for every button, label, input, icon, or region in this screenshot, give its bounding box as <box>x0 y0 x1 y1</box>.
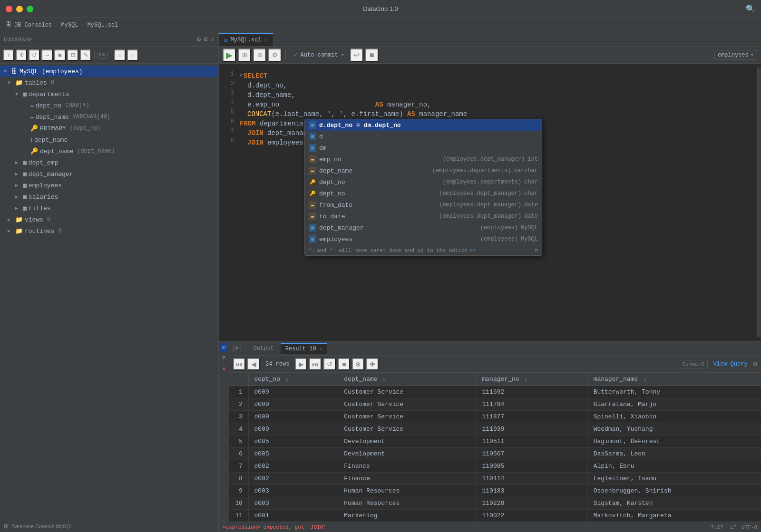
tree-item-departments[interactable]: ▼ ▦ departments <box>0 88 218 100</box>
tree-titles-label: titles <box>29 205 51 212</box>
table-row[interactable]: 3 d009 Customer Service 111877 Spinelli,… <box>229 411 761 423</box>
kw-join1: JOIN <box>247 128 263 138</box>
forward-button[interactable]: → <box>41 49 53 61</box>
cell-manager-no: 110085 <box>476 460 587 473</box>
tab-result[interactable]: Result 10 ✕ <box>281 343 327 354</box>
tab-result-close[interactable]: ✕ <box>320 347 322 352</box>
table-row[interactable]: 7 d002 Finance 110085 Alpin, Ebru <box>229 460 761 473</box>
db-config-button[interactable]: ⚙ <box>268 48 282 62</box>
tree-item-routines[interactable]: ▶ 📁 routines 0 <box>0 225 218 237</box>
side-icon-x[interactable]: ✕ <box>220 364 228 373</box>
ac-footer-link[interactable]: >> <box>469 248 476 253</box>
col-dept-name[interactable]: dept_name ⇅ <box>338 373 476 386</box>
ac-item-dept-no-1[interactable]: 🔑 dept_no (employees.departments) char <box>305 176 542 188</box>
tree-item-tables[interactable]: ▼ 📁 tables 6 <box>0 77 218 88</box>
breadcrumb: 🗄 DB Consoles › MySQL › MySQL.sql <box>0 18 761 32</box>
undo-button[interactable]: ↩ <box>350 48 363 62</box>
tree-item-primary[interactable]: 🔑 PRIMARY (dept_no) <box>0 123 218 134</box>
table-row[interactable]: 2 d009 Customer Service 111784 Giarratan… <box>229 398 761 411</box>
breadcrumb-db-consoles[interactable]: DB Consoles <box>14 22 52 29</box>
refresh-results-button[interactable]: ↺ <box>323 358 336 370</box>
sql-editor[interactable]: 1 2 3 4 5 6 7 8 ▽ SELECT d.dept_ <box>219 64 761 341</box>
run-button[interactable]: ▶ <box>223 48 236 62</box>
tab-output[interactable]: Output <box>249 343 279 354</box>
results-table-container[interactable]: dept_no ⇅ dept_name ⇅ manager_no <box>229 373 761 522</box>
db-settings-icon[interactable]: ⚙ <box>197 35 201 43</box>
export-button[interactable]: ⊕ <box>352 358 364 370</box>
results-settings-icon[interactable]: ⚙ <box>753 360 757 368</box>
table-row[interactable]: 10 d003 Human Resources 110228 Sigstam, … <box>229 497 761 510</box>
maximize-button[interactable] <box>27 6 33 12</box>
status-position: 7:27 LF UTF-8 <box>711 524 757 530</box>
stop-results-button[interactable]: ■ <box>338 358 350 370</box>
db-selector[interactable]: employees ▾ <box>714 50 757 60</box>
tree-item-titles[interactable]: ▶ ▦ titles <box>0 203 218 214</box>
tree-item-dept-no[interactable]: ▬ dept_no CHAR(4) <box>0 100 218 111</box>
ac-item-to-date[interactable]: ▬ to_date (employees.dept_manager) date <box>305 211 542 222</box>
tree-root-mysql[interactable]: ▼ 🗄 MySQL (employees) <box>0 66 218 77</box>
table-row[interactable]: 8 d002 Finance 110114 Legleitner, Isamu <box>229 473 761 485</box>
grid-button[interactable]: ⊞ <box>67 49 78 61</box>
view-query-button[interactable]: View Query <box>710 360 751 368</box>
tree-item-views[interactable]: ▶ 📁 views 0 <box>0 214 218 225</box>
tab-close-icon[interactable]: ✕ <box>264 37 267 43</box>
add-button[interactable]: + <box>3 49 14 61</box>
column-icon: ▬ <box>30 103 34 108</box>
table-row[interactable]: 11 d001 Marketing 110022 Markovitch, Mar… <box>229 510 761 522</box>
minimize-button[interactable] <box>16 6 23 12</box>
autocommit-toggle[interactable]: ✓ Auto-commit ▾ <box>290 49 348 61</box>
ac-item-dept-mgr-tbl[interactable]: ▦ dept_manager (employees) MySQL <box>305 222 542 233</box>
tree-item-dept-manager[interactable]: ▶ ▦ dept_manager <box>0 168 218 180</box>
col-manager-name[interactable]: manager_name ⇅ <box>587 373 761 386</box>
breadcrumb-mysql[interactable]: MySQL <box>61 22 78 29</box>
edit-button[interactable]: ✎ <box>80 49 91 61</box>
col-manager-no[interactable]: manager_no ⇅ <box>476 373 587 386</box>
side-icon-p[interactable]: P <box>220 354 228 362</box>
tree-item-employees[interactable]: ▶ ▦ employees <box>0 180 218 191</box>
cell-dept-no: d009 <box>248 386 338 398</box>
run-file-button[interactable]: ⊞ <box>238 48 251 62</box>
db-config-icon[interactable]: ⚙ <box>204 35 207 43</box>
col-dept-no[interactable]: dept_no ⇅ <box>248 373 338 386</box>
table-row[interactable]: 5 d005 Development 110511 Hagimont, DeFo… <box>229 435 761 448</box>
ac-item-dept-no-2[interactable]: 🔑 dept_no (employees.dept_manager) char <box>305 188 542 199</box>
alias-manager-no: manager_no, <box>383 100 431 109</box>
ac-item-dept-name[interactable]: ▬ dept_name (employees.departments) varc… <box>305 165 542 176</box>
filter-button[interactable]: ≡ <box>114 49 126 61</box>
tree-item-dept-name-key[interactable]: 🔑 dept_name (dept_name) <box>0 145 218 157</box>
run-config-button[interactable]: ⊕ <box>253 48 266 62</box>
next-page-button[interactable]: ▶ <box>295 358 307 370</box>
ac-item-d[interactable]: ▦ d <box>305 131 542 142</box>
ac-item-emp-no[interactable]: ▬ emp_no (employees.dept_manager) int <box>305 154 542 165</box>
prev-page-button[interactable]: ◀ <box>247 358 260 370</box>
ac-item-join[interactable]: ▦ d.dept_no = dm.dept_no <box>305 119 542 131</box>
ac-item-employees-tbl[interactable]: ▦ employees (employees) MySQL <box>305 233 542 245</box>
add-source-button[interactable]: ⊕ <box>16 49 27 61</box>
table-row[interactable]: 1 d009 Customer Service 111692 Butterwor… <box>229 386 761 398</box>
ac-item-from-date[interactable]: ▬ from_date (employees.dept_manager) dat… <box>305 199 542 211</box>
table-row[interactable]: 4 d009 Customer Service 111939 Weedman, … <box>229 423 761 435</box>
tab-mysql-sql[interactable]: ⊞ MySQL.sql ✕ <box>219 33 273 46</box>
tree-item-salaries[interactable]: ▶ ▦ salaries <box>0 191 218 203</box>
stop-button[interactable]: ■ <box>54 49 66 61</box>
tree-item-dept-name[interactable]: ▬ dept_name VARCHAR(40) <box>0 111 218 123</box>
sort-button[interactable]: ≡ <box>127 49 138 61</box>
table-row[interactable]: 6 d005 Development 110567 DasSarma, Leon <box>229 448 761 460</box>
tree-item-dept-emp[interactable]: ▶ ▦ dept_emp <box>0 157 218 168</box>
table-row[interactable]: 9 d003 Human Resources 110183 Ossenbrugg… <box>229 485 761 497</box>
ac-name-join: d.dept_no = dm.dept_no <box>319 122 538 129</box>
breadcrumb-sql-file[interactable]: MySQL.sql <box>88 22 118 29</box>
last-page-button[interactable]: ⏭ <box>309 358 322 370</box>
comma-s-badge: Comma-S <box>679 360 707 368</box>
ac-item-dm[interactable]: ▦ dm <box>305 142 542 154</box>
refresh-button[interactable]: ↺ <box>29 49 40 61</box>
tree-item-dept-name-idx[interactable]: ℹ dept_name <box>0 134 218 145</box>
side-icon-db[interactable]: ⊞ <box>220 343 228 352</box>
db-sync-icon[interactable]: ↕ <box>211 36 215 43</box>
search-icon[interactable]: 🔍 <box>746 5 755 14</box>
add-row-button[interactable]: ✚ <box>366 358 379 370</box>
cell-dept-name: Development <box>338 435 476 448</box>
first-page-button[interactable]: ⏮ <box>233 358 245 370</box>
close-button[interactable] <box>6 6 12 12</box>
stop-exec-button[interactable]: ■ <box>365 48 379 62</box>
